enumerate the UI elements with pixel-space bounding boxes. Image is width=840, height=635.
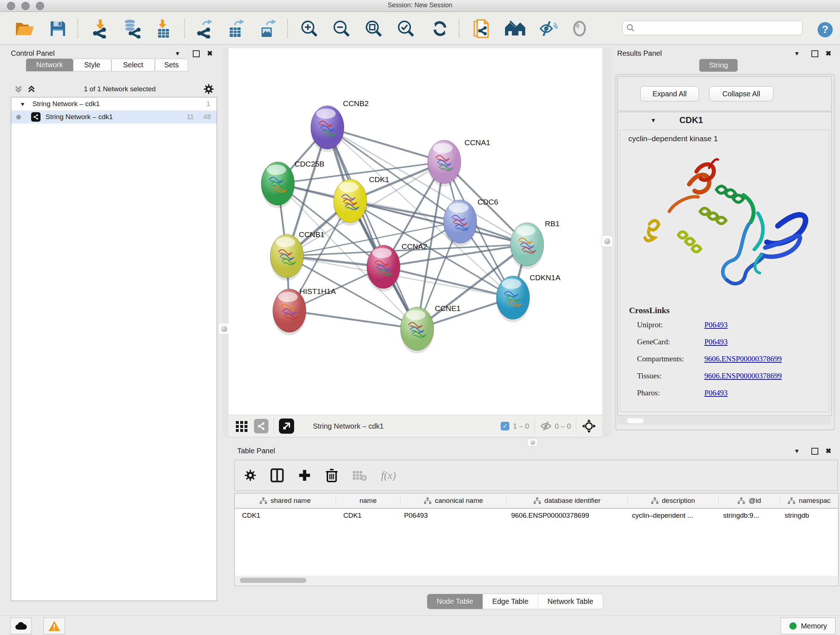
- cell-namespace[interactable]: stringdb: [780, 511, 838, 519]
- memory-button[interactable]: Memory: [781, 618, 836, 634]
- tab-sets[interactable]: Sets: [155, 59, 188, 71]
- tab-edge-table[interactable]: Edge Table: [483, 594, 538, 609]
- table-panel-float-button[interactable]: ▾: [795, 447, 799, 455]
- node-CCNA1[interactable]: CCNA1: [428, 138, 490, 187]
- cell-database-identifier[interactable]: 9606.ENSP00000378699: [507, 511, 628, 519]
- edge-CCNB2-CCNE1[interactable]: [327, 127, 417, 329]
- search-field[interactable]: [622, 21, 802, 35]
- show-columns-icon[interactable]: [270, 468, 284, 483]
- memory-label: Memory: [801, 622, 827, 630]
- network-collection-row[interactable]: ▼ String Network – cdk1 1: [11, 97, 217, 111]
- open-session-button[interactable]: [13, 19, 36, 39]
- search-icon: [626, 24, 635, 32]
- protein-collapse-arrow-icon[interactable]: ▼: [651, 117, 656, 124]
- warning-status-button[interactable]: [43, 618, 65, 634]
- table-row[interactable]: CDK1 CDK1 P06493 9606.ENSP00000378699 cy…: [235, 509, 838, 523]
- cell-shared-name[interactable]: CDK1: [235, 511, 336, 519]
- collection-expand-arrow-icon[interactable]: ▼: [20, 101, 25, 107]
- crosslink-uniprot-link[interactable]: P06493: [704, 320, 728, 329]
- show-all-button[interactable]: [568, 19, 592, 39]
- results-panel-maximize-button[interactable]: [812, 50, 818, 59]
- table-settings-gear-icon[interactable]: [244, 469, 256, 481]
- crosslink-genecard-link[interactable]: P06493: [704, 337, 728, 347]
- cell-id[interactable]: stringdb:9...: [719, 511, 780, 519]
- results-panel-close-button[interactable]: ✖: [826, 49, 831, 57]
- collapse-all-button[interactable]: Collapse All: [709, 86, 774, 101]
- delete-column-trash-icon[interactable]: [325, 468, 338, 483]
- network-canvas[interactable]: CCNB2CCNA1CDC25BCDK1CDC6RB1CCNB1CCNA2CDK…: [229, 48, 602, 415]
- export-image-button[interactable]: [256, 19, 279, 39]
- edge-CCNB2-CCNA1[interactable]: [327, 127, 444, 162]
- cell-canonical-name[interactable]: P06493: [401, 511, 507, 519]
- import-table-button[interactable]: [152, 19, 175, 39]
- results-panel-float-button[interactable]: ▾: [795, 49, 799, 57]
- clone-network-button[interactable]: [469, 19, 493, 39]
- column-header-id[interactable]: @id: [719, 496, 780, 506]
- column-header-description[interactable]: description: [628, 496, 719, 506]
- expand-all-networks-icon[interactable]: [27, 84, 36, 94]
- edge-HIST1H1A-CCNE1[interactable]: [289, 310, 417, 329]
- import-network-button[interactable]: [88, 19, 112, 39]
- export-table-button[interactable]: [224, 19, 248, 39]
- tab-node-table[interactable]: Node Table: [427, 594, 483, 609]
- zoom-out-button[interactable]: [330, 19, 354, 39]
- control-panel-close-button[interactable]: ✖: [207, 49, 213, 57]
- column-header-namespace[interactable]: namespac: [780, 496, 838, 506]
- tab-network-table[interactable]: Network Table: [538, 594, 603, 609]
- tab-string[interactable]: String: [699, 59, 737, 72]
- node-CCNE1[interactable]: CCNE1: [401, 304, 461, 353]
- selected-nodes-checkbox[interactable]: ✓: [501, 422, 509, 431]
- crosslink-compartments-link[interactable]: 9606.ENSP00000378699: [704, 355, 782, 363]
- network-options-gear-icon[interactable]: [203, 84, 214, 95]
- birdseye-toggle-icon[interactable]: [581, 418, 597, 434]
- add-column-plus-icon[interactable]: [298, 469, 311, 482]
- help-button[interactable]: ?: [817, 21, 834, 38]
- open-in-window-icon[interactable]: [279, 418, 294, 434]
- search-input[interactable]: [638, 24, 798, 32]
- first-neighbors-button[interactable]: [503, 19, 527, 39]
- node-RB1[interactable]: RB1: [510, 219, 560, 269]
- expand-all-button[interactable]: Expand All: [640, 86, 699, 101]
- left-splitter-handle[interactable]: [218, 323, 230, 334]
- results-horizontal-scrollbar[interactable]: [617, 417, 831, 424]
- node-CDKN1A[interactable]: CDKN1A: [496, 273, 561, 322]
- left-splitter[interactable]: [223, 48, 229, 437]
- table-panel-maximize-button[interactable]: [812, 448, 818, 456]
- node-label: CCNA2: [401, 242, 427, 250]
- node-label: CDC6: [477, 198, 498, 206]
- tab-select[interactable]: Select: [111, 59, 155, 71]
- hide-selected-button[interactable]: [536, 19, 560, 39]
- table-panel-close-button[interactable]: ✖: [826, 447, 831, 455]
- control-panel-maximize-button[interactable]: [193, 50, 200, 59]
- cell-name[interactable]: CDK1: [336, 511, 401, 519]
- apply-layout-button[interactable]: [428, 19, 452, 39]
- cloud-status-button[interactable]: [10, 618, 32, 634]
- hidden-eye-icon[interactable]: [540, 421, 552, 431]
- zoom-in-button[interactable]: [297, 19, 321, 39]
- column-header-canonical-name[interactable]: canonical name: [401, 496, 507, 506]
- network-row-selected[interactable]: String Network – cdk1 11 48: [11, 111, 217, 124]
- houses-icon: [504, 20, 526, 37]
- control-panel-float-button[interactable]: ▾: [176, 49, 180, 57]
- horizontal-splitter-handle[interactable]: [527, 439, 538, 447]
- zoom-fit-button[interactable]: [362, 19, 386, 39]
- save-session-button[interactable]: [46, 19, 70, 39]
- tab-style[interactable]: Style: [73, 59, 111, 71]
- table-horizontal-scrollbar[interactable]: [234, 576, 838, 586]
- zoom-selected-button[interactable]: [394, 19, 418, 39]
- crosslink-tissues-link[interactable]: 9606.ENSP00000378699: [704, 371, 782, 380]
- export-network-button[interactable]: [193, 19, 217, 39]
- crosslink-pharos-link[interactable]: P06493: [704, 388, 728, 397]
- column-header-shared-name[interactable]: shared name: [235, 496, 336, 506]
- tab-network[interactable]: Network: [26, 59, 73, 71]
- node-HIST1H1A[interactable]: HIST1H1A: [273, 287, 336, 335]
- scrollbar-thumb[interactable]: [240, 578, 306, 583]
- collapse-all-networks-icon[interactable]: [14, 84, 23, 94]
- show-grid-icon[interactable]: [235, 420, 248, 432]
- cell-description[interactable]: cyclin–dependent ...: [628, 511, 719, 519]
- import-network-from-database-button[interactable]: [120, 19, 144, 39]
- column-header-name[interactable]: name: [336, 496, 401, 506]
- node-CCNB2[interactable]: CCNB2: [311, 99, 369, 152]
- column-header-database-identifier[interactable]: database identifier: [507, 496, 628, 506]
- network-badge-icon[interactable]: [254, 419, 268, 433]
